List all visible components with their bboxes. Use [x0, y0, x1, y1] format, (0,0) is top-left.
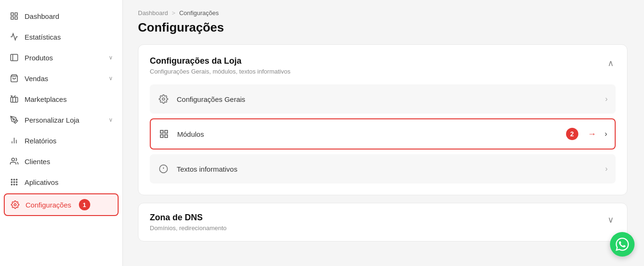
loja-section-header: Configurações da Loja Configurações Gera… [150, 56, 616, 75]
whatsapp-button[interactable] [610, 232, 635, 257]
sidebar-item-vendas[interactable]: Vendas ∨ [0, 68, 122, 89]
chevron-down-icon: ∨ [109, 75, 113, 82]
svg-point-17 [14, 182, 15, 183]
sidebar-badge-1: 1 [79, 199, 90, 210]
svg-point-16 [11, 182, 12, 183]
svg-rect-4 [11, 54, 18, 61]
chart-icon [9, 32, 19, 42]
dns-section-title: Zona de DNS [150, 213, 227, 223]
svg-point-13 [11, 179, 12, 180]
svg-point-19 [11, 184, 12, 185]
sidebar-label-produtos: Produtos [25, 54, 53, 62]
modulos-label: Módulos [177, 130, 558, 138]
arrow-right-icon: → [588, 129, 596, 139]
sidebar: Dashboard Estatísticas Produtos ∨ Vendas… [0, 0, 123, 266]
breadcrumb-current: Configurações [179, 9, 219, 17]
svg-rect-0 [11, 13, 13, 15]
dns-titles: Zona de DNS Domínios, redirecionamento [150, 213, 227, 232]
dns-section-card: Zona de DNS Domínios, redirecionamento ∨ [138, 203, 627, 241]
breadcrumb: Dashboard > Configurações [138, 9, 627, 17]
sidebar-label-relatorios: Relatórios [25, 137, 57, 145]
svg-rect-3 [15, 17, 17, 19]
svg-point-20 [14, 184, 15, 185]
svg-rect-26 [161, 135, 163, 138]
sidebar-label-marketplaces: Marketplaces [25, 95, 67, 103]
sidebar-item-personalizar-loja[interactable]: Personalizar Loja ∨ [0, 109, 122, 130]
dns-section-header: Zona de DNS Domínios, redirecionamento ∨ [150, 213, 616, 232]
config-gerais-label: Configurações Gerais [177, 95, 598, 103]
apps-icon [9, 177, 19, 187]
modulos-badge: 2 [566, 128, 578, 140]
chevron-right-icon: › [605, 95, 608, 103]
sidebar-item-clientes[interactable]: Clientes [0, 151, 122, 172]
loja-section-titles: Configurações da Loja Configurações Gera… [150, 56, 291, 75]
main-content: Dashboard > Configurações Configurações … [123, 0, 644, 266]
svg-point-15 [16, 179, 17, 180]
sidebar-label-estatisticas: Estatísticas [25, 33, 61, 41]
sidebar-label-vendas: Vendas [25, 75, 48, 83]
sidebar-item-aplicativos[interactable]: Aplicativos [0, 172, 122, 192]
sidebar-item-produtos[interactable]: Produtos ∨ [0, 47, 122, 68]
section-expand-icon[interactable]: ∨ [606, 213, 616, 227]
sidebar-label-personalizar-loja: Personalizar Loja [25, 116, 79, 124]
bag-icon [9, 74, 19, 83]
store-icon [9, 94, 19, 104]
sidebar-label-configuracoes: Configurações [26, 201, 71, 209]
section-collapse-icon[interactable]: ∧ [606, 56, 616, 70]
loja-section-subtitle: Configurações Gerais, módulos, textos in… [150, 68, 291, 75]
svg-rect-25 [165, 131, 168, 133]
sidebar-item-dashboard[interactable]: Dashboard [0, 6, 122, 26]
sidebar-item-estatisticas[interactable]: Estatísticas [0, 26, 122, 47]
svg-point-18 [16, 182, 17, 183]
loja-section-title: Configurações da Loja [150, 56, 291, 66]
config-gerais-item[interactable]: Configurações Gerais › [150, 84, 616, 114]
chevron-right-icon: › [605, 165, 608, 173]
svg-rect-7 [11, 97, 18, 102]
svg-rect-1 [15, 13, 17, 15]
chevron-down-icon: ∨ [109, 116, 113, 123]
modules-icon [158, 128, 170, 140]
svg-point-23 [163, 98, 165, 100]
sidebar-item-marketplaces[interactable]: Marketplaces [0, 89, 122, 109]
tag-icon [9, 53, 19, 62]
chevron-down-icon: ∨ [109, 54, 113, 61]
loja-section-card: Configurações da Loja Configurações Gera… [138, 44, 627, 195]
gear-settings-icon [158, 93, 169, 105]
users-icon [9, 157, 19, 166]
bar-chart-icon [9, 136, 19, 145]
textos-informativos-item[interactable]: Textos informativos › [150, 154, 616, 183]
page-title: Configurações [138, 20, 627, 35]
textos-informativos-label: Textos informativos [177, 165, 598, 173]
dns-section-subtitle: Domínios, redirecionamento [150, 224, 227, 232]
info-circle-icon [158, 163, 169, 175]
svg-point-22 [14, 204, 17, 206]
svg-point-21 [16, 184, 17, 185]
svg-rect-27 [165, 135, 168, 138]
brush-icon [9, 115, 19, 125]
svg-point-8 [13, 119, 15, 120]
chevron-right-icon: › [605, 130, 607, 138]
sidebar-label-dashboard: Dashboard [25, 12, 59, 20]
modulos-item[interactable]: Módulos 2 → › [150, 118, 616, 150]
svg-rect-24 [161, 131, 163, 133]
breadcrumb-separator: > [172, 9, 176, 17]
breadcrumb-home[interactable]: Dashboard [138, 9, 168, 17]
sidebar-label-clientes: Clientes [25, 158, 50, 166]
sidebar-item-configuracoes[interactable]: Configurações 1 [4, 193, 119, 216]
gear-icon [10, 200, 20, 209]
dashboard-icon [9, 11, 19, 21]
svg-rect-2 [11, 17, 13, 19]
sidebar-label-aplicativos: Aplicativos [25, 178, 59, 186]
svg-point-14 [14, 179, 15, 180]
sidebar-item-relatorios[interactable]: Relatórios [0, 130, 122, 151]
svg-point-12 [12, 158, 15, 161]
